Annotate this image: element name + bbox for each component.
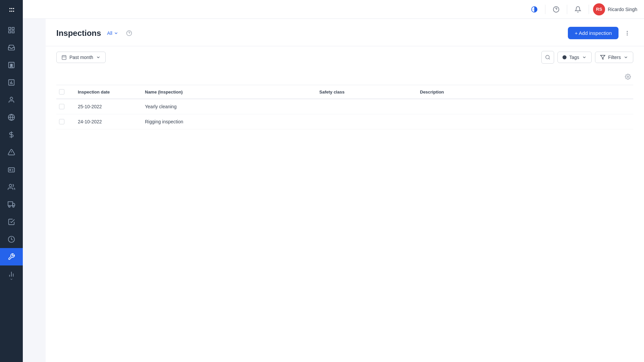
idcard-icon: [8, 166, 15, 173]
table-settings-button[interactable]: [623, 71, 633, 82]
chart-icon: [8, 79, 15, 86]
th-safety: Safety class: [314, 85, 415, 99]
table-header-row: Inspection date Name (Inspection) Safety…: [56, 85, 633, 99]
th-checkbox: [56, 85, 72, 99]
topbar-divider-1: [545, 5, 545, 14]
page-title: Inspections: [56, 28, 101, 38]
row-desc-1: [415, 114, 633, 129]
topbar-divider-3: [589, 5, 589, 14]
building-icon: [8, 61, 15, 69]
sidebar-item-clock[interactable]: [0, 231, 23, 248]
svg-rect-2: [9, 31, 11, 33]
calendar-icon: [61, 55, 67, 60]
table-settings-row: [56, 68, 633, 85]
sidebar-item-truck[interactable]: [0, 196, 23, 213]
tags-chevron-icon: [582, 55, 587, 60]
dollar-icon: [8, 131, 15, 138]
row-checkbox-0[interactable]: [59, 104, 64, 109]
bell-icon: [575, 6, 581, 13]
tag-dot: [562, 55, 567, 59]
row-date-0: 25-10-2022: [72, 99, 140, 114]
more-options-button[interactable]: [621, 27, 633, 39]
help-button[interactable]: [549, 3, 563, 16]
row-checkbox-1[interactable]: [59, 119, 64, 124]
filter-badge-label: All: [107, 31, 112, 36]
row-safety-0: [314, 99, 415, 114]
svg-point-14: [9, 184, 12, 187]
svg-point-18: [13, 206, 14, 207]
toolbar-left: Past month: [56, 52, 106, 63]
sidebar-item-wrench[interactable]: [0, 248, 23, 265]
add-inspection-button[interactable]: + Add inspection: [568, 27, 619, 39]
sidebar-item-idcard[interactable]: [0, 161, 23, 178]
filter-badge[interactable]: All: [105, 30, 120, 37]
table-head: Inspection date Name (Inspection) Safety…: [56, 85, 633, 99]
tags-button[interactable]: Tags: [557, 52, 592, 63]
sidebar: :::: [0, 0, 23, 362]
th-description: Description: [415, 85, 633, 99]
page-title-area: Inspections All: [56, 28, 134, 38]
sidebar-item-checklist[interactable]: [0, 213, 23, 231]
people-icon: [8, 183, 15, 191]
svg-marker-37: [600, 55, 605, 59]
sidebar-item-dollar[interactable]: [0, 126, 23, 143]
tags-label: Tags: [569, 55, 579, 60]
sidebar-item-inbox[interactable]: [0, 39, 23, 56]
search-icon: [545, 55, 550, 60]
username-label[interactable]: Ricardo Singh: [608, 7, 637, 12]
sidebar-item-warning[interactable]: [0, 143, 23, 161]
globe-icon: [8, 114, 15, 121]
svg-point-17: [9, 206, 10, 207]
date-filter-button[interactable]: Past month: [56, 52, 106, 63]
avatar[interactable]: RS: [593, 3, 605, 15]
sidebar-item-people[interactable]: [0, 178, 23, 196]
sidebar-item-building[interactable]: [0, 56, 23, 74]
inbox-icon: [8, 44, 15, 51]
sidebar-item-chart[interactable]: [0, 74, 23, 91]
sidebar-item-globe[interactable]: [0, 109, 23, 126]
svg-point-30: [627, 35, 628, 35]
row-safety-1: [314, 114, 415, 129]
svg-point-29: [627, 33, 628, 34]
svg-rect-15: [8, 202, 13, 206]
date-filter-label: Past month: [69, 55, 93, 60]
filters-chevron-icon: [624, 55, 628, 60]
wrench-icon: [8, 253, 15, 260]
sidebar-logo[interactable]: :::: [0, 0, 23, 19]
chevron-down-icon: [114, 31, 118, 36]
date-chevron-icon: [96, 55, 101, 60]
notifications-button[interactable]: [571, 3, 585, 16]
sidebar-item-person[interactable]: [0, 91, 23, 109]
svg-point-35: [546, 55, 549, 59]
clock-icon: [8, 236, 15, 243]
filters-button[interactable]: Filters: [595, 52, 633, 63]
svg-point-28: [627, 31, 628, 32]
svg-rect-0: [9, 27, 11, 29]
row-name-1: Rigging inspection: [140, 114, 314, 129]
gear-icon: [625, 74, 631, 80]
toolbar: Past month Tags Filters: [46, 46, 644, 68]
row-date-1: 24-10-2022: [72, 114, 140, 129]
table-row[interactable]: 25-10-2022 Yearly cleaning: [56, 99, 633, 114]
sidebar-item-barchart[interactable]: [0, 265, 23, 283]
svg-marker-16: [13, 203, 15, 205]
toolbar-right: Tags Filters: [541, 51, 633, 64]
table-row[interactable]: 24-10-2022 Rigging inspection: [56, 114, 633, 129]
row-desc-0: [415, 99, 633, 114]
sidebar-item-dashboard[interactable]: [0, 21, 23, 39]
ellipsis-vertical-icon: [624, 30, 630, 36]
svg-point-13: [10, 169, 11, 171]
svg-rect-31: [62, 56, 66, 60]
barchart-icon: [8, 270, 15, 278]
page-help-button[interactable]: [124, 28, 134, 38]
logo-icon: :::: [9, 5, 14, 14]
table-body: 25-10-2022 Yearly cleaning 24-10-2022 Ri…: [56, 99, 633, 129]
filter-icon: [600, 55, 605, 60]
search-button[interactable]: [541, 51, 554, 64]
row-name-0: Yearly cleaning: [140, 99, 314, 114]
select-all-checkbox[interactable]: [59, 89, 64, 95]
svg-rect-3: [12, 31, 14, 33]
page-header: Inspections All + Add inspection: [46, 19, 644, 46]
row-checkbox-cell: [56, 99, 72, 114]
theme-toggle-button[interactable]: [528, 3, 541, 16]
